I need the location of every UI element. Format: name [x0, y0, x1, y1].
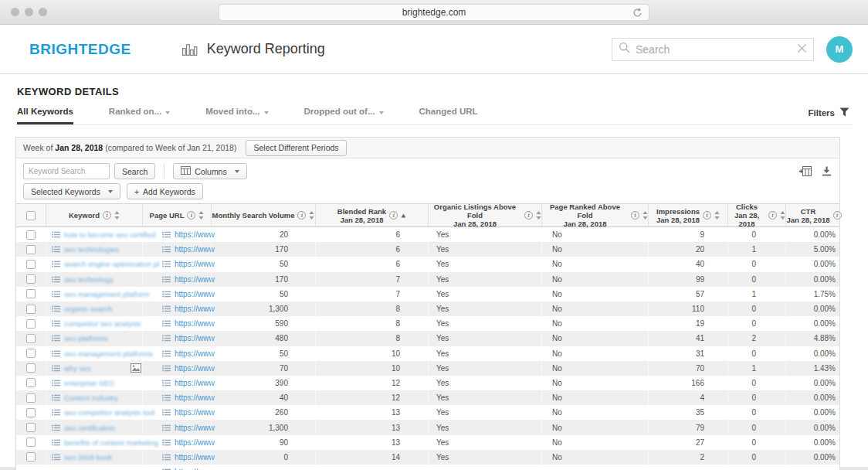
sort-icon[interactable] — [536, 211, 541, 220]
column-header-clicks[interactable]: ClicksJan 28, 2018i — [727, 204, 785, 226]
user-avatar[interactable]: M — [826, 36, 853, 63]
tab-dropped-out-of[interactable]: Dropped out of... — [304, 107, 384, 124]
column-header-organic[interactable]: Organic Listings Above FoldJan 28, 2018i — [428, 204, 541, 226]
row-checkbox[interactable] — [26, 260, 36, 269]
column-header-ranked[interactable]: Page Ranked Above FoldJan 28, 2018i — [541, 204, 648, 226]
info-icon[interactable]: i — [187, 211, 195, 220]
window-zoom-dot[interactable] — [39, 8, 47, 16]
add-keywords-button[interactable]: + Add Keywords — [127, 183, 203, 199]
sort-icon[interactable] — [780, 211, 785, 220]
column-header-ctr[interactable]: CTRJan 28, 2018i — [785, 204, 842, 226]
row-checkbox[interactable] — [26, 393, 36, 403]
info-icon[interactable]: i — [833, 211, 842, 220]
page-url-link[interactable]: https://www — [175, 319, 215, 328]
selected-keywords-button[interactable]: Selected Keywords — [23, 183, 120, 199]
keyword-link[interactable]: organic search — [64, 305, 112, 313]
sort-icon[interactable] — [401, 213, 406, 218]
page-url-link[interactable]: https://www — [175, 408, 215, 417]
info-icon[interactable]: i — [103, 211, 111, 220]
sort-icon[interactable] — [714, 211, 720, 220]
refresh-icon[interactable] — [632, 8, 643, 20]
row-checkbox[interactable] — [26, 289, 36, 298]
page-url-link[interactable]: https://www — [175, 364, 215, 373]
address-bar-url[interactable]: brightedge.com — [402, 7, 466, 18]
keyword-link[interactable]: seo 2018 book — [64, 453, 112, 461]
row-checkbox[interactable] — [26, 378, 36, 387]
info-icon[interactable]: i — [524, 211, 533, 220]
keyword-link[interactable]: search engine optimization pl — [64, 260, 159, 268]
page-url-link[interactable]: https://www — [175, 379, 215, 387]
keyword-link[interactable]: seo management platforms — [64, 349, 153, 358]
keyword-link[interactable]: seo technology — [64, 275, 114, 284]
page-url-link[interactable]: https://www — [175, 230, 215, 239]
keyword-link[interactable]: why seo — [64, 364, 91, 373]
column-header-keyword[interactable]: Keywordi — [46, 204, 142, 226]
row-checkbox[interactable] — [26, 423, 36, 432]
clear-search-icon[interactable] — [797, 43, 807, 56]
row-checkbox[interactable] — [26, 319, 36, 329]
keyword-link[interactable]: seo certification — [64, 424, 115, 432]
page-url-link[interactable]: https://www — [175, 393, 215, 402]
page-url-link[interactable]: https://www — [175, 290, 215, 298]
row-checkbox[interactable] — [26, 438, 36, 447]
row-checkbox[interactable] — [26, 305, 36, 314]
address-bar[interactable]: brightedge.com — [219, 4, 649, 21]
info-icon[interactable]: i — [703, 211, 711, 220]
sort-icon[interactable] — [114, 211, 120, 220]
filters-button[interactable]: Filters — [808, 107, 849, 124]
row-checkbox[interactable] — [26, 363, 36, 373]
window-minimize-dot[interactable] — [25, 8, 33, 16]
keyword-link[interactable]: seo management platform — [64, 290, 149, 298]
keyword-link[interactable]: how to become seo certified — [64, 230, 155, 239]
row-checkbox[interactable] — [26, 245, 36, 254]
keyword-link[interactable]: competitor seo analysis — [64, 319, 141, 328]
info-icon[interactable]: i — [389, 211, 398, 220]
column-header-impressions[interactable]: ImpressionsJan 28, 2018i — [648, 204, 727, 226]
tab-all-keywords[interactable]: All Keywords — [17, 107, 73, 124]
select-all-checkbox[interactable] — [26, 211, 36, 220]
info-icon[interactable]: i — [297, 211, 306, 220]
info-icon[interactable]: i — [631, 211, 639, 220]
page-url-link[interactable]: https://www — [175, 245, 215, 254]
window-close-dot[interactable] — [11, 8, 19, 16]
column-header-msv[interactable]: Monthly Search Volumei — [211, 204, 315, 226]
row-checkbox[interactable] — [26, 230, 36, 240]
tab-changed-url[interactable]: Changed URL — [419, 107, 478, 124]
sort-icon[interactable] — [198, 211, 204, 220]
row-checkbox[interactable] — [26, 349, 36, 358]
keyword-link[interactable]: enterprise SEO — [64, 379, 114, 387]
row-checkbox[interactable] — [26, 274, 36, 284]
page-url-link[interactable]: https://www — [175, 260, 215, 268]
column-header-rank[interactable]: Blended RankJan 28, 2018i — [315, 204, 428, 226]
keyword-link[interactable]: seo competitor analysis tool — [64, 408, 154, 417]
brightedge-logo[interactable]: BRIGHTEDGE — [29, 41, 131, 58]
tab-moved-into[interactable]: Moved into... — [205, 107, 268, 124]
keyword-link[interactable]: benefits of content marketing — [64, 438, 158, 447]
sort-icon[interactable] — [309, 211, 314, 220]
global-search-input[interactable] — [636, 43, 797, 56]
column-header-page_url[interactable]: Page URLi — [142, 204, 211, 226]
keyword-search-button[interactable]: Search — [114, 163, 155, 179]
tab-ranked-on[interactable]: Ranked on... — [109, 107, 170, 124]
export-table-icon[interactable] — [799, 166, 812, 176]
keyword-link[interactable]: Content Industry — [64, 393, 118, 402]
columns-button[interactable]: Columns — [173, 163, 246, 179]
page-url-link[interactable]: https://www — [175, 438, 215, 447]
page-url-link[interactable]: https://www — [175, 349, 215, 358]
row-checkbox[interactable] — [26, 408, 36, 417]
keyword-search-input[interactable] — [23, 163, 110, 179]
page-url-link[interactable]: https://www — [175, 334, 215, 342]
row-checkbox[interactable] — [26, 452, 36, 461]
page-url-link[interactable]: https://www — [175, 275, 215, 284]
row-checkbox[interactable] — [26, 334, 36, 343]
sort-icon[interactable] — [643, 211, 648, 220]
info-icon[interactable]: i — [768, 211, 777, 220]
select-different-periods-button[interactable]: Select Different Periods — [246, 140, 346, 156]
page-url-link[interactable]: https://www — [175, 305, 215, 313]
download-icon[interactable] — [822, 166, 832, 176]
keyword-link[interactable]: seo technologies — [64, 245, 119, 254]
page-url-link[interactable]: https://www — [175, 453, 215, 461]
keyword-link[interactable]: seo platforms — [64, 334, 108, 342]
global-search-box[interactable] — [612, 38, 814, 61]
page-url-link[interactable]: https://www — [175, 424, 215, 432]
